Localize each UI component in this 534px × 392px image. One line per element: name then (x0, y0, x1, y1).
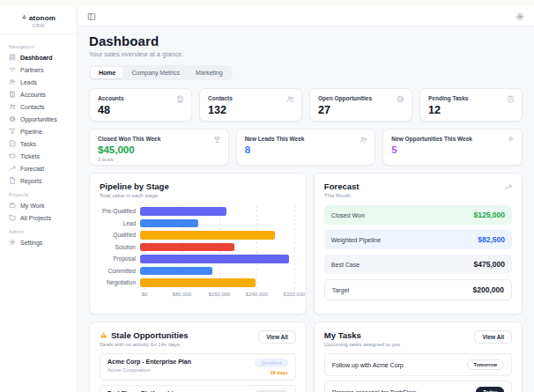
kpi-value: 48 (98, 104, 183, 116)
card-new-opportunities-week: New Opportunities This Week 5 (382, 129, 523, 166)
brand-name: atonom (29, 14, 56, 22)
user-plus-icon (360, 136, 367, 144)
kpi-card-pending-tasks: Pending Tasks 12 (419, 88, 523, 122)
sidebar-item-contacts[interactable]: Contacts (0, 100, 77, 113)
chart-x-tick-label: $320,000 (283, 292, 305, 297)
gear-icon (9, 239, 16, 246)
sidebar-item-label: Forecast (20, 166, 44, 172)
forecast-row-value: $475,000 (474, 260, 505, 269)
sidebar-item-partners[interactable]: Partners (0, 63, 77, 76)
trending-up-icon (9, 165, 16, 172)
sidebar-item-dashboard[interactable]: Dashboard (0, 51, 77, 63)
sidebar-item-label: Opportunities (20, 116, 57, 122)
funnel-icon (9, 128, 16, 135)
trophy-icon (213, 136, 221, 144)
tasks-subtitle: Upcoming tasks assigned to you (324, 342, 400, 347)
sidebar-item-label: Dashboard (20, 55, 53, 61)
sidebar-item-pipeline[interactable]: Pipeline (0, 125, 77, 137)
week-value: 5 (391, 144, 514, 155)
forecast-row-value: $125,000 (474, 211, 505, 219)
kpi-value: 27 (318, 104, 404, 116)
chart-bar-track (140, 265, 294, 277)
trending-up-icon (504, 183, 512, 191)
app-root: atonom CRM Navigation Dashboard Partners… (0, 0, 534, 392)
sidebar-item-my-work[interactable]: My Work (0, 199, 77, 211)
users-icon (9, 103, 16, 110)
kpi-card-accounts: Accounts 48 (89, 88, 192, 122)
sidebar-item-tickets[interactable]: Tickets (0, 150, 77, 162)
chart-bar-track (140, 277, 294, 289)
target-icon (397, 95, 404, 103)
chart-category-label: Qualified (100, 232, 140, 238)
kpi-label: Accounts (98, 95, 183, 101)
chart-bar-track (140, 229, 294, 241)
page-title: Dashboard (89, 33, 523, 48)
sidebar-item-leads[interactable]: Leads (0, 76, 77, 88)
sidebar-item-settings[interactable]: Settings (0, 236, 77, 248)
stale-view-all-button[interactable]: View All (258, 330, 296, 344)
sidebar-item-tasks[interactable]: Tasks (0, 137, 77, 150)
file-icon (9, 177, 16, 184)
sidebar-item-label: Leads (20, 79, 37, 85)
forecast-subtitle: This Month (324, 193, 360, 198)
task-name: Prepare proposal for TechFlow (332, 389, 416, 392)
stale-item-techflow[interactable]: TechFlow - Platform License TechFlow Sol… (100, 385, 296, 392)
sidebar: atonom CRM Navigation Dashboard Partners… (0, 7, 78, 392)
tab-company-metrics[interactable]: Company Metrics (123, 67, 187, 78)
kpi-value: 132 (208, 104, 293, 116)
charts-row: Pipeline by Stage Total value in each st… (89, 173, 523, 314)
chart-category-label: Solution (100, 244, 140, 250)
forecast-row-label: Weighted Pipeline (331, 237, 381, 243)
sidebar-nav: Navigation Dashboard Partners Leads Acco… (0, 34, 77, 248)
week-label: Closed Won This Week (98, 136, 220, 142)
sidebar-item-opportunities[interactable]: Opportunities (0, 113, 77, 125)
chart-x-tick-label: $160,000 (208, 292, 230, 297)
forecast-row-value: $200,000 (473, 285, 504, 294)
chart-category-label: Lead (100, 220, 140, 226)
sidebar-item-forecast[interactable]: Forecast (0, 162, 77, 174)
forecast-row-target: Target $200,000 (324, 279, 512, 300)
forecast-title: Forecast (324, 181, 360, 191)
task-item-prepare-proposal[interactable]: Prepare proposal for TechFlow Today (324, 381, 512, 392)
target-icon (9, 115, 16, 122)
chart-category-label: Committed (100, 268, 140, 274)
sidebar-item-label: Tickets (20, 153, 40, 159)
sidebar-item-all-projects[interactable]: All Projects (0, 211, 77, 224)
stale-opportunities-card: Stale Opportunities Deals with no activi… (89, 322, 307, 392)
opportunity-company: Acme Corporation (108, 367, 191, 373)
users-icon (286, 95, 294, 103)
kpi-label: Open Opportunities (318, 95, 404, 101)
sidebar-section-label: Projects (0, 187, 77, 199)
gear-icon[interactable] (515, 12, 524, 21)
due-badge: Today (476, 387, 504, 392)
chart-bar (140, 278, 256, 287)
user-plus-icon (9, 78, 16, 85)
chart-bar-track (140, 218, 294, 230)
sidebar-section-label: Admin (0, 224, 77, 236)
stale-item-acme[interactable]: Acme Corp - Enterprise Plan Acme Corpora… (100, 353, 296, 381)
sidebar-item-label: Accounts (20, 92, 46, 98)
bar-chart: Pre-QualifiedLeadQualifiedSolutionPropos… (100, 205, 296, 289)
chart-x-tick-label: $80,000 (173, 292, 192, 297)
window-top-strip (0, 0, 534, 7)
chart-bar (140, 207, 226, 216)
kpi-value: 12 (428, 104, 514, 116)
folder-icon (9, 214, 16, 221)
sidebar-item-reports[interactable]: Reports (0, 174, 77, 187)
tab-marketing[interactable]: Marketing (188, 67, 231, 78)
task-item-follow-up[interactable]: Follow up with Acme Corp Tomorrow (324, 353, 512, 376)
sidebar-item-label: Tasks (20, 141, 36, 147)
tab-home[interactable]: Home (91, 67, 123, 78)
tasks-title: My Tasks (324, 330, 400, 340)
panel-left-icon[interactable] (87, 12, 96, 21)
sidebar-section-label: Navigation (0, 39, 77, 51)
tasks-view-all-button[interactable]: View All (474, 330, 512, 344)
week-row: Closed Won This Week $45,000 3 deals New… (89, 129, 523, 166)
stage-badge: Qualified (255, 359, 288, 367)
sidebar-item-accounts[interactable]: Accounts (0, 88, 77, 100)
chart-title: Pipeline by Stage (100, 181, 296, 191)
clipboard-icon (507, 95, 515, 103)
kpi-label: Contacts (208, 95, 293, 101)
app-row: atonom CRM Navigation Dashboard Partners… (0, 7, 534, 392)
due-badge: Tomorrow (467, 359, 504, 370)
